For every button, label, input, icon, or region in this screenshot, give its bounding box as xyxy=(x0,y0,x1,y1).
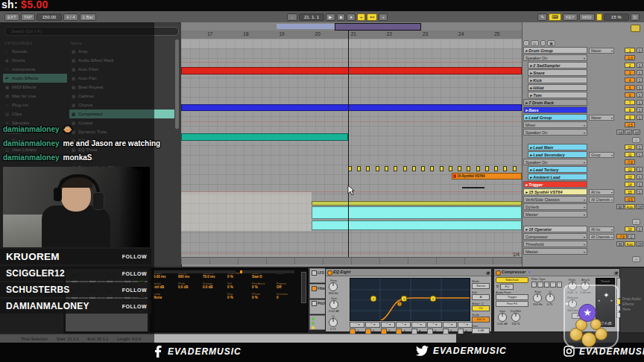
sidechain-eq-button[interactable]: EQ xyxy=(500,284,514,290)
midi-map-button[interactable]: MIDI xyxy=(579,13,595,21)
trigger-clip[interactable] xyxy=(403,166,407,171)
track-row[interactable]: ▸ Lead SecondaryGroup▾11S xyxy=(523,151,644,158)
add-automation-lane-button[interactable]: ＋ xyxy=(632,219,640,225)
operator-param[interactable]: Peak0.0 dB xyxy=(178,282,203,290)
drop-audio-effects-zone[interactable]: Drop Audio Effects Here xyxy=(620,268,644,332)
trigger-clip[interactable] xyxy=(476,166,480,171)
solo-button[interactable]: S xyxy=(637,70,643,75)
solo-button[interactable]: S xyxy=(637,152,643,157)
track-name[interactable]: ▸ Snare xyxy=(528,69,587,76)
track-number-badge[interactable]: 1 xyxy=(625,48,635,53)
track-name[interactable]: ▸ HiHat xyxy=(528,84,587,91)
transport-control-44[interactable]: 4 / 4 xyxy=(63,13,78,21)
track-row[interactable]: ▸ Bass 8S xyxy=(523,107,644,113)
compressor-title[interactable]: Compressor●◦▣ xyxy=(494,269,619,276)
filter-shape-button[interactable]: ⌒ xyxy=(531,282,537,288)
value-box[interactable]: Auto xyxy=(625,204,635,209)
track-name[interactable]: ▸ Tom xyxy=(528,92,587,98)
routing-chooser[interactable]: Master▾ xyxy=(589,115,614,121)
trigger-clip[interactable] xyxy=(430,166,434,171)
eq-filter-node[interactable]: 2 xyxy=(370,296,377,302)
solo-button[interactable]: S xyxy=(637,100,643,105)
routing-chooser[interactable]: Group▾ xyxy=(589,152,614,158)
trigger-clip[interactable] xyxy=(458,166,461,171)
track-number-badge[interactable]: 12 xyxy=(625,167,635,172)
band-filter-type-chooser[interactable]: ⌒ ▾ xyxy=(411,322,426,328)
trigger-clip-row[interactable] xyxy=(348,165,522,172)
filter-q-knob[interactable] xyxy=(546,293,555,302)
eq-curve-graph[interactable]: 2345 xyxy=(350,278,470,321)
arrangement-clip[interactable] xyxy=(181,133,348,141)
track-name[interactable]: ▸ Lead Group xyxy=(523,114,587,121)
track-row[interactable]: ▸ 2 SadSampler 2S xyxy=(523,62,644,69)
track-row[interactable]: ＋ xyxy=(523,136,644,143)
transport-toggle[interactable]: ⊷ xyxy=(367,13,377,21)
track-row[interactable]: ▸ Kick 4S xyxy=(523,77,644,83)
track-row[interactable]: ▸ Drum GroupMaster▾1S xyxy=(523,47,644,54)
track-row[interactable]: Threshold▾ 90AutoOff xyxy=(523,241,644,247)
track-row[interactable]: Speaker On▾ -1.0 xyxy=(523,54,644,61)
track-row[interactable]: Master▾ xyxy=(523,211,644,217)
follow-button[interactable]: → xyxy=(287,13,297,21)
trigger-clip[interactable] xyxy=(412,166,416,171)
track-number-badge[interactable]: 8 xyxy=(625,107,635,112)
track-number-badge[interactable]: 10 xyxy=(625,145,635,150)
section-enable-checkbox[interactable] xyxy=(312,286,317,291)
track-row[interactable]: ◦▭◦▣ xyxy=(523,40,644,46)
operator-param[interactable]: Feedback0 % xyxy=(252,282,277,290)
value-box[interactable]: Auto xyxy=(625,241,635,247)
arrangement-clip[interactable] xyxy=(181,67,522,74)
panel-view-icon[interactable]: ◦ xyxy=(523,40,529,46)
section-enable-checkbox[interactable] xyxy=(312,270,317,276)
band-filter-type-chooser[interactable]: ⌒ ▾ xyxy=(365,322,380,328)
track-row[interactable]: Master▾ xyxy=(523,248,644,255)
trigger-clip[interactable] xyxy=(485,166,489,171)
trigger-clip[interactable] xyxy=(449,166,452,171)
device-chooser[interactable]: Compressor▾ xyxy=(523,233,587,240)
panel-view-icon[interactable]: ▭ xyxy=(531,40,539,46)
track-number-badge[interactable]: 15 xyxy=(625,189,635,194)
track-row[interactable]: ▸ Trigger 14S xyxy=(523,181,644,188)
eq-eight-title[interactable]: EQ Eight◦▣ xyxy=(326,269,491,276)
filter-shape-button[interactable]: ⌒ xyxy=(537,282,543,288)
routing-chooser[interactable]: Master▾ xyxy=(589,48,614,54)
value-box[interactable]: -7.8 xyxy=(625,159,635,165)
track-row[interactable]: DyVerb▾ 90AutoOff xyxy=(523,203,644,210)
eq-mode-control[interactable]: Stereo xyxy=(472,283,490,289)
device-chooser[interactable]: Master▾ xyxy=(523,211,587,217)
track-name[interactable]: ▸ Drum Group xyxy=(523,47,587,54)
browser-scrollbar[interactable] xyxy=(175,39,179,129)
trigger-clip[interactable] xyxy=(467,166,470,171)
track-number-badge[interactable]: 14 xyxy=(625,182,635,187)
track-number-badge[interactable]: 2 xyxy=(625,63,635,68)
sidechain-gain-knob[interactable] xyxy=(498,313,507,322)
device-header-icons[interactable]: ◦▣ xyxy=(613,270,619,276)
display-scrollbar[interactable] xyxy=(301,272,306,303)
record-button[interactable]: ● xyxy=(347,13,356,21)
eq-scale-control[interactable]: 100 % xyxy=(472,317,490,323)
arrangement-clip[interactable] xyxy=(312,201,522,206)
value-box[interactable]: -1.0 xyxy=(625,55,635,60)
filter-shape-button[interactable]: ⌒ xyxy=(550,282,555,288)
sidechain-drywet-knob[interactable] xyxy=(511,313,520,322)
eq-filter-node[interactable]: 3 xyxy=(401,296,408,302)
operator-param[interactable]: Sustain0.0 dB xyxy=(203,282,227,290)
value-box[interactable]: C xyxy=(628,234,635,239)
trigger-clip[interactable] xyxy=(357,166,361,171)
device-chooser[interactable]: DyVerb▾ xyxy=(523,203,587,210)
track-row[interactable]: ▸ Lead Main 10S xyxy=(523,144,644,150)
solo-button[interactable]: S xyxy=(637,189,643,194)
arrangement-clip[interactable] xyxy=(462,187,484,188)
value-box[interactable]: -inf xyxy=(625,130,632,135)
device-chooser[interactable]: Speaker On▾ xyxy=(523,159,587,165)
io-show-hide-icon[interactable] xyxy=(631,25,640,32)
value-box[interactable]: -2.5 xyxy=(625,122,635,127)
eq-filter-node[interactable]: 4 xyxy=(397,302,402,307)
routing-chooser[interactable]: All Ins▾ xyxy=(589,226,614,232)
track-name[interactable]: ▸ Lead Tertiary xyxy=(528,166,587,173)
panel-view-icon[interactable]: ◦ xyxy=(540,40,546,46)
track-lanes[interactable]: 15-SynthH VST64 xyxy=(181,39,522,257)
operator-param[interactable]: Initial-inf dB xyxy=(154,282,178,290)
track-number-badge[interactable]: 16 xyxy=(625,226,635,232)
track-number-badge[interactable]: 5 xyxy=(625,85,635,90)
